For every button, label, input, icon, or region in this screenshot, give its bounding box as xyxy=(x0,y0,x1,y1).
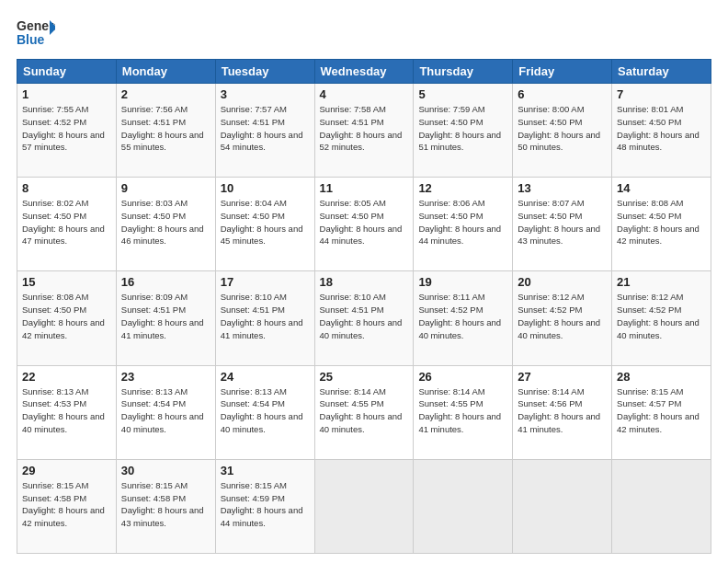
header-cell-sunday: Sunday xyxy=(17,60,117,84)
day-detail: Sunrise: 8:08 AMSunset: 4:50 PMDaylight:… xyxy=(617,198,700,246)
day-detail: Sunrise: 8:15 AMSunset: 4:58 PMDaylight:… xyxy=(121,480,204,528)
header: General Blue xyxy=(17,17,711,52)
day-cell: 6Sunrise: 8:00 AMSunset: 4:50 PMDaylight… xyxy=(513,84,612,178)
week-row-3: 22Sunrise: 8:13 AMSunset: 4:53 PMDayligh… xyxy=(17,365,711,459)
day-detail: Sunrise: 8:07 AMSunset: 4:50 PMDaylight:… xyxy=(518,198,600,246)
day-cell xyxy=(414,459,513,553)
day-detail: Sunrise: 8:12 AMSunset: 4:52 PMDaylight:… xyxy=(617,292,700,339)
day-detail: Sunrise: 8:10 AMSunset: 4:51 PMDaylight:… xyxy=(320,292,403,339)
day-number: 8 xyxy=(22,181,111,195)
day-number: 9 xyxy=(121,181,210,195)
day-cell: 2Sunrise: 7:56 AMSunset: 4:51 PMDaylight… xyxy=(116,84,215,178)
day-detail: Sunrise: 8:05 AMSunset: 4:50 PMDaylight:… xyxy=(320,198,403,246)
day-cell: 29Sunrise: 8:15 AMSunset: 4:58 PMDayligh… xyxy=(17,459,117,553)
day-number: 24 xyxy=(221,370,310,384)
week-row-4: 29Sunrise: 8:15 AMSunset: 4:58 PMDayligh… xyxy=(17,459,711,553)
day-cell: 21Sunrise: 8:12 AMSunset: 4:52 PMDayligh… xyxy=(612,271,711,365)
logo-icon: General Blue xyxy=(17,17,55,52)
page: General Blue SundayMondayTuesdayWednesda… xyxy=(0,0,728,563)
day-detail: Sunrise: 8:09 AMSunset: 4:51 PMDaylight:… xyxy=(121,292,204,339)
day-detail: Sunrise: 8:11 AMSunset: 4:52 PMDaylight:… xyxy=(418,292,501,339)
day-cell: 24Sunrise: 8:13 AMSunset: 4:54 PMDayligh… xyxy=(215,365,314,459)
day-number: 10 xyxy=(221,181,310,195)
day-cell: 16Sunrise: 8:09 AMSunset: 4:51 PMDayligh… xyxy=(116,271,215,365)
day-cell: 13Sunrise: 8:07 AMSunset: 4:50 PMDayligh… xyxy=(513,178,612,271)
day-cell: 10Sunrise: 8:04 AMSunset: 4:50 PMDayligh… xyxy=(215,178,314,271)
day-detail: Sunrise: 8:14 AMSunset: 4:55 PMDaylight:… xyxy=(320,386,403,434)
header-cell-tuesday: Tuesday xyxy=(215,60,314,84)
day-detail: Sunrise: 8:15 AMSunset: 4:59 PMDaylight:… xyxy=(221,480,303,528)
day-number: 14 xyxy=(617,181,706,195)
day-detail: Sunrise: 8:12 AMSunset: 4:52 PMDaylight:… xyxy=(518,292,600,339)
day-number: 17 xyxy=(221,275,310,289)
day-cell: 26Sunrise: 8:14 AMSunset: 4:55 PMDayligh… xyxy=(414,365,513,459)
day-cell: 30Sunrise: 8:15 AMSunset: 4:58 PMDayligh… xyxy=(116,459,215,553)
svg-text:General: General xyxy=(17,18,55,33)
day-detail: Sunrise: 8:13 AMSunset: 4:54 PMDaylight:… xyxy=(221,386,303,434)
day-detail: Sunrise: 8:06 AMSunset: 4:50 PMDaylight:… xyxy=(418,198,501,246)
header-cell-friday: Friday xyxy=(513,60,612,84)
day-cell: 18Sunrise: 8:10 AMSunset: 4:51 PMDayligh… xyxy=(314,271,414,365)
day-number: 27 xyxy=(518,370,607,384)
day-detail: Sunrise: 8:10 AMSunset: 4:51 PMDaylight:… xyxy=(221,292,303,339)
day-number: 19 xyxy=(418,275,507,289)
day-number: 23 xyxy=(121,370,210,384)
day-detail: Sunrise: 8:14 AMSunset: 4:55 PMDaylight:… xyxy=(418,386,501,434)
day-cell: 7Sunrise: 8:01 AMSunset: 4:50 PMDaylight… xyxy=(612,84,711,178)
day-detail: Sunrise: 8:15 AMSunset: 4:57 PMDaylight:… xyxy=(617,386,700,434)
day-cell: 31Sunrise: 8:15 AMSunset: 4:59 PMDayligh… xyxy=(215,459,314,553)
day-number: 5 xyxy=(418,87,507,101)
header-cell-thursday: Thursday xyxy=(414,60,513,84)
day-number: 7 xyxy=(617,87,706,101)
day-cell: 23Sunrise: 8:13 AMSunset: 4:54 PMDayligh… xyxy=(116,365,215,459)
day-detail: Sunrise: 8:02 AMSunset: 4:50 PMDaylight:… xyxy=(22,198,105,246)
day-number: 26 xyxy=(418,370,507,384)
day-number: 20 xyxy=(518,275,607,289)
day-detail: Sunrise: 7:58 AMSunset: 4:51 PMDaylight:… xyxy=(320,104,403,152)
day-detail: Sunrise: 7:55 AMSunset: 4:52 PMDaylight:… xyxy=(22,104,105,152)
day-cell xyxy=(513,459,612,553)
day-cell: 22Sunrise: 8:13 AMSunset: 4:53 PMDayligh… xyxy=(17,365,117,459)
day-number: 6 xyxy=(518,87,607,101)
day-cell: 14Sunrise: 8:08 AMSunset: 4:50 PMDayligh… xyxy=(612,178,711,271)
day-cell: 17Sunrise: 8:10 AMSunset: 4:51 PMDayligh… xyxy=(215,271,314,365)
day-detail: Sunrise: 7:57 AMSunset: 4:51 PMDaylight:… xyxy=(221,104,303,152)
day-detail: Sunrise: 8:08 AMSunset: 4:50 PMDaylight:… xyxy=(22,292,105,339)
day-detail: Sunrise: 7:56 AMSunset: 4:51 PMDaylight:… xyxy=(121,104,204,152)
week-row-1: 8Sunrise: 8:02 AMSunset: 4:50 PMDaylight… xyxy=(17,178,711,271)
day-cell: 8Sunrise: 8:02 AMSunset: 4:50 PMDaylight… xyxy=(17,178,117,271)
day-detail: Sunrise: 8:00 AMSunset: 4:50 PMDaylight:… xyxy=(518,104,600,152)
day-number: 1 xyxy=(22,87,111,101)
day-number: 29 xyxy=(22,464,111,477)
day-cell: 4Sunrise: 7:58 AMSunset: 4:51 PMDaylight… xyxy=(314,84,414,178)
day-number: 30 xyxy=(121,464,210,477)
day-number: 4 xyxy=(320,87,409,101)
week-row-0: 1Sunrise: 7:55 AMSunset: 4:52 PMDaylight… xyxy=(17,84,711,178)
day-number: 16 xyxy=(121,275,210,289)
day-cell: 15Sunrise: 8:08 AMSunset: 4:50 PMDayligh… xyxy=(17,271,117,365)
day-number: 3 xyxy=(221,87,310,101)
day-cell: 28Sunrise: 8:15 AMSunset: 4:57 PMDayligh… xyxy=(612,365,711,459)
day-number: 12 xyxy=(418,181,507,195)
day-detail: Sunrise: 8:01 AMSunset: 4:50 PMDaylight:… xyxy=(617,104,700,152)
day-cell: 20Sunrise: 8:12 AMSunset: 4:52 PMDayligh… xyxy=(513,271,612,365)
day-cell: 12Sunrise: 8:06 AMSunset: 4:50 PMDayligh… xyxy=(414,178,513,271)
day-number: 21 xyxy=(617,275,706,289)
header-cell-monday: Monday xyxy=(116,60,215,84)
day-cell: 11Sunrise: 8:05 AMSunset: 4:50 PMDayligh… xyxy=(314,178,414,271)
day-detail: Sunrise: 8:03 AMSunset: 4:50 PMDaylight:… xyxy=(121,198,204,246)
day-number: 11 xyxy=(320,181,409,195)
day-number: 28 xyxy=(617,370,706,384)
day-detail: Sunrise: 8:15 AMSunset: 4:58 PMDaylight:… xyxy=(22,480,105,528)
day-cell: 19Sunrise: 8:11 AMSunset: 4:52 PMDayligh… xyxy=(414,271,513,365)
day-number: 22 xyxy=(22,370,111,384)
day-cell: 9Sunrise: 8:03 AMSunset: 4:50 PMDaylight… xyxy=(116,178,215,271)
day-number: 31 xyxy=(221,464,310,477)
day-cell: 5Sunrise: 7:59 AMSunset: 4:50 PMDaylight… xyxy=(414,84,513,178)
header-cell-wednesday: Wednesday xyxy=(314,60,414,84)
svg-text:Blue: Blue xyxy=(17,32,45,47)
day-detail: Sunrise: 8:04 AMSunset: 4:50 PMDaylight:… xyxy=(221,198,303,246)
day-cell: 27Sunrise: 8:14 AMSunset: 4:56 PMDayligh… xyxy=(513,365,612,459)
day-cell: 25Sunrise: 8:14 AMSunset: 4:55 PMDayligh… xyxy=(314,365,414,459)
day-detail: Sunrise: 7:59 AMSunset: 4:50 PMDaylight:… xyxy=(418,104,501,152)
